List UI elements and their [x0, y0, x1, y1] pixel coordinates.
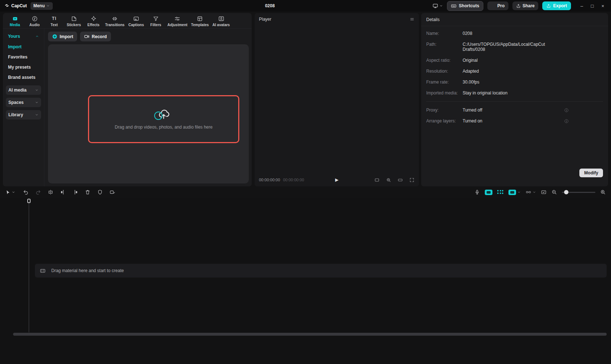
- info-icon[interactable]: [564, 119, 569, 124]
- tab-filters[interactable]: Filters: [146, 16, 165, 27]
- delete-left-button[interactable]: [57, 189, 69, 195]
- media-tabbar: Media Audio TI Text Stickers Effects Tra…: [3, 13, 252, 29]
- shortcuts-button[interactable]: Shortcuts: [447, 1, 483, 11]
- auto-ripple-toggle-icon[interactable]: [485, 190, 492, 195]
- zoom-fit-icon[interactable]: [386, 177, 391, 183]
- tab-stickers[interactable]: Stickers: [64, 16, 84, 27]
- timeline-zoom-slider[interactable]: [562, 192, 595, 193]
- cloud-upload-icon: [157, 109, 171, 120]
- track-mode-dropdown[interactable]: [526, 189, 536, 195]
- media-content: Import Record Drag and drop videos, phot…: [44, 29, 252, 186]
- chevron-up-icon: [35, 35, 39, 38]
- record-camera-icon: [84, 34, 89, 39]
- empty-track-dropzone[interactable]: Drag material here and start to create: [35, 264, 607, 278]
- close-button[interactable]: ×: [598, 0, 608, 12]
- mask-button[interactable]: [94, 189, 106, 195]
- menu-button[interactable]: Menu: [31, 2, 53, 10]
- player-header: Player: [255, 13, 419, 25]
- record-button[interactable]: Record: [80, 32, 111, 41]
- share-icon: [516, 4, 521, 8]
- tab-templates[interactable]: Templates: [189, 16, 211, 27]
- chevron-down-icon: [35, 88, 39, 92]
- tab-transitions[interactable]: Transitions: [103, 16, 126, 27]
- preview-render-button[interactable]: [541, 189, 547, 195]
- sidebar-dropdown-spaces[interactable]: Spaces: [6, 98, 41, 107]
- captions-icon: [133, 16, 139, 22]
- import-button[interactable]: Import: [48, 32, 77, 41]
- tab-ai-avatars[interactable]: AI avatars: [211, 16, 232, 27]
- fullscreen-icon[interactable]: [409, 177, 415, 183]
- detail-row-proxy: Proxy: Turned off: [426, 108, 569, 113]
- empty-track-text: Drag material here and start to create: [51, 268, 124, 273]
- modify-button[interactable]: Modify: [579, 169, 603, 177]
- undo-button[interactable]: [20, 189, 32, 195]
- pro-button[interactable]: Pro: [487, 1, 508, 10]
- split-button[interactable]: [44, 189, 57, 195]
- player-menu-icon[interactable]: [410, 17, 415, 22]
- edit-clip-icon: [109, 189, 115, 195]
- detail-label: Resolution:: [426, 69, 463, 74]
- select-tool-button[interactable]: [5, 190, 15, 195]
- delete-button[interactable]: [81, 189, 94, 195]
- sidebar-item-favorites[interactable]: Favorites: [6, 52, 41, 62]
- details-divider: [426, 101, 603, 102]
- voiceover-button[interactable]: [474, 189, 480, 195]
- detail-label: Aspect ratio:: [426, 58, 463, 63]
- tab-audio[interactable]: Audio: [25, 16, 44, 27]
- timeline-area[interactable]: Drag material here and start to create: [0, 198, 611, 364]
- chevron-down-icon[interactable]: [517, 190, 521, 194]
- edit-clip-button[interactable]: [106, 189, 119, 195]
- redo-icon: [35, 189, 41, 195]
- player-viewport[interactable]: [255, 25, 419, 173]
- tab-label: Effects: [87, 23, 99, 27]
- playhead-handle[interactable]: [27, 199, 31, 203]
- pro-diamond-icon: [491, 4, 496, 8]
- layout-switch-button[interactable]: [432, 3, 443, 9]
- chevron-down-icon: [439, 4, 443, 8]
- chevron-down-icon: [12, 190, 15, 194]
- detail-row-resolution: Resolution: Adapted: [426, 69, 603, 74]
- horizontal-scrollbar[interactable]: [13, 333, 607, 336]
- canvas-size-icon[interactable]: [398, 177, 403, 183]
- tab-effects[interactable]: Effects: [84, 16, 103, 27]
- redo-button[interactable]: [32, 189, 44, 195]
- sidebar-item-my-presets[interactable]: My presets: [6, 62, 41, 72]
- tab-media[interactable]: Media: [5, 16, 25, 27]
- zoom-out-button[interactable]: [551, 189, 557, 195]
- maximize-button[interactable]: □: [587, 0, 598, 12]
- sidebar-item-import[interactable]: Import: [6, 42, 41, 52]
- preview-check-icon: [541, 189, 547, 195]
- sidebar-section-yours[interactable]: Yours: [6, 33, 41, 42]
- info-icon[interactable]: [564, 108, 569, 113]
- zoom-in-button[interactable]: [600, 189, 606, 195]
- pro-label: Pro: [498, 3, 505, 8]
- detail-label: Name:: [426, 31, 463, 36]
- play-icon[interactable]: ▶: [335, 177, 338, 182]
- keyboard-icon: [451, 3, 456, 9]
- export-button[interactable]: Export: [542, 1, 571, 10]
- timecode-current: 00:00:00:00: [259, 178, 280, 182]
- section-label: Yours: [8, 34, 20, 39]
- sidebar-dropdown-library[interactable]: Library: [6, 110, 41, 120]
- detail-value: 0208: [463, 31, 472, 36]
- chevron-down-icon: [46, 4, 50, 8]
- drag-drop-zone[interactable]: Drag and drop videos, photos, and audio …: [88, 95, 239, 143]
- media-actions-row: Import Record: [48, 32, 249, 41]
- zoom-slider-knob[interactable]: [564, 190, 568, 194]
- tab-text[interactable]: TI Text: [44, 16, 64, 27]
- aspect-ratio-icon[interactable]: [374, 177, 380, 183]
- player-panel: Player 00:00:00:00 00:00:00:00 ▶: [255, 13, 419, 186]
- sidebar-item-brand-assets[interactable]: Brand assets: [6, 72, 41, 82]
- share-button[interactable]: Share: [512, 1, 538, 10]
- effects-icon: [91, 16, 97, 22]
- tab-captions[interactable]: Captions: [126, 16, 146, 27]
- tab-label: Text: [51, 23, 58, 27]
- delete-right-button[interactable]: [69, 189, 81, 195]
- tab-adjustment[interactable]: Adjustment: [165, 16, 189, 27]
- minimize-button[interactable]: –: [576, 0, 587, 12]
- player-controls: 00:00:00:00 00:00:00:00 ▶: [255, 173, 419, 186]
- sidebar-dropdown-ai-media[interactable]: AI media: [6, 85, 41, 95]
- snapping-toggle-icon[interactable]: [497, 190, 504, 194]
- linking-toggle-icon[interactable]: [508, 190, 516, 195]
- tab-label: Templates: [191, 23, 209, 27]
